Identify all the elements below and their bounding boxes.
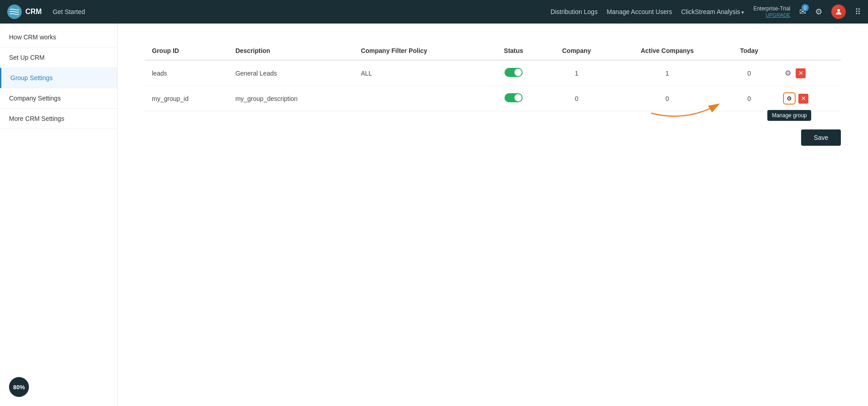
cell-actions: ⚙ ✕ bbox=[776, 60, 841, 86]
upgrade-link[interactable]: UPGRADE bbox=[766, 12, 790, 18]
actions-container: ⚙ ✕ bbox=[783, 67, 834, 79]
notifications-icon[interactable]: ✉ 0 bbox=[799, 7, 806, 17]
delete-button-row1[interactable]: ✕ bbox=[796, 68, 806, 78]
cell-company: 0 bbox=[541, 86, 612, 111]
col-company-filter-policy: Company Filter Policy bbox=[354, 42, 486, 60]
manage-account-users-link[interactable]: Manage Account Users bbox=[607, 8, 672, 15]
col-company: Company bbox=[541, 42, 612, 60]
cell-active-companys: 0 bbox=[612, 86, 722, 111]
cell-company-filter-policy: ALL bbox=[354, 60, 486, 86]
manage-group-tooltip: Manage group bbox=[767, 110, 811, 121]
topnav-right: Distribution Logs Manage Account Users C… bbox=[551, 5, 861, 19]
col-today: Today bbox=[722, 42, 776, 60]
sidebar: How CRM works Set Up CRM Group Settings … bbox=[0, 24, 118, 406]
svg-point-0 bbox=[837, 9, 840, 12]
status-toggle-row1[interactable] bbox=[505, 68, 523, 77]
cell-company: 1 bbox=[541, 60, 612, 86]
sidebar-item-set-up-crm[interactable]: Set Up CRM bbox=[0, 48, 117, 68]
delete-button-row2[interactable]: ✕ bbox=[798, 94, 808, 104]
col-actions bbox=[776, 42, 841, 60]
col-description: Description bbox=[228, 42, 354, 60]
distribution-logs-link[interactable]: Distribution Logs bbox=[551, 8, 598, 15]
cell-status bbox=[486, 86, 541, 111]
main-content: Group ID Description Company Filter Poli… bbox=[118, 24, 868, 406]
get-started-link[interactable]: Get Started bbox=[52, 8, 85, 15]
actions-container: ⚙ Manage group ✕ bbox=[783, 92, 834, 105]
brand-logo[interactable]: CRM bbox=[7, 5, 42, 19]
save-button[interactable]: Save bbox=[801, 129, 841, 146]
progress-indicator: 80% bbox=[9, 377, 29, 397]
sidebar-item-company-settings[interactable]: Company Settings bbox=[0, 88, 117, 109]
cell-description: my_group_description bbox=[228, 86, 354, 111]
apps-icon[interactable]: ⠿ bbox=[855, 7, 861, 17]
plan-info: Enterprise-Trial UPGRADE bbox=[753, 5, 790, 18]
cell-group-id: leads bbox=[145, 60, 228, 86]
status-toggle-row2[interactable] bbox=[505, 93, 523, 102]
clickstream-analysis-link[interactable]: ClickStream Analysis bbox=[681, 8, 745, 15]
table-header-row: Group ID Description Company Filter Poli… bbox=[145, 42, 841, 60]
col-active-companys: Active Companys bbox=[612, 42, 722, 60]
col-group-id: Group ID bbox=[145, 42, 228, 60]
cell-group-id: my_group_id bbox=[145, 86, 228, 111]
cell-today: 0 bbox=[722, 60, 776, 86]
topnav: CRM Get Started Distribution Logs Manage… bbox=[0, 0, 868, 24]
cell-today: 0 bbox=[722, 86, 776, 111]
cell-active-companys: 1 bbox=[612, 60, 722, 86]
toggle-knob bbox=[514, 69, 522, 76]
manage-group-button-row1[interactable]: ⚙ bbox=[783, 67, 793, 79]
manage-group-tooltip-wrapper: ⚙ Manage group bbox=[783, 92, 796, 105]
brand-icon bbox=[7, 5, 22, 19]
table-row: my_group_id my_group_description 0 0 0 bbox=[145, 86, 841, 111]
sidebar-item-how-crm-works[interactable]: How CRM works bbox=[0, 27, 117, 48]
cell-actions: ⚙ Manage group ✕ bbox=[776, 86, 841, 111]
main-layout: How CRM works Set Up CRM Group Settings … bbox=[0, 24, 868, 406]
user-avatar[interactable] bbox=[831, 5, 846, 19]
table-row: leads General Leads ALL 1 1 0 ⚙ ✕ bbox=[145, 60, 841, 86]
cell-status bbox=[486, 60, 541, 86]
sidebar-item-group-settings[interactable]: Group Settings bbox=[0, 68, 117, 88]
plan-label: Enterprise-Trial bbox=[753, 5, 790, 12]
notification-badge: 0 bbox=[802, 4, 809, 11]
groups-table: Group ID Description Company Filter Poli… bbox=[145, 42, 841, 111]
manage-group-button-row2[interactable]: ⚙ bbox=[783, 92, 796, 105]
cell-company-filter-policy bbox=[354, 86, 486, 111]
toggle-knob bbox=[514, 94, 522, 101]
settings-icon[interactable]: ⚙ bbox=[815, 7, 822, 17]
col-status: Status bbox=[486, 42, 541, 60]
sidebar-item-more-crm-settings[interactable]: More CRM Settings bbox=[0, 109, 117, 129]
brand-name: CRM bbox=[25, 8, 42, 16]
cell-description: General Leads bbox=[228, 60, 354, 86]
